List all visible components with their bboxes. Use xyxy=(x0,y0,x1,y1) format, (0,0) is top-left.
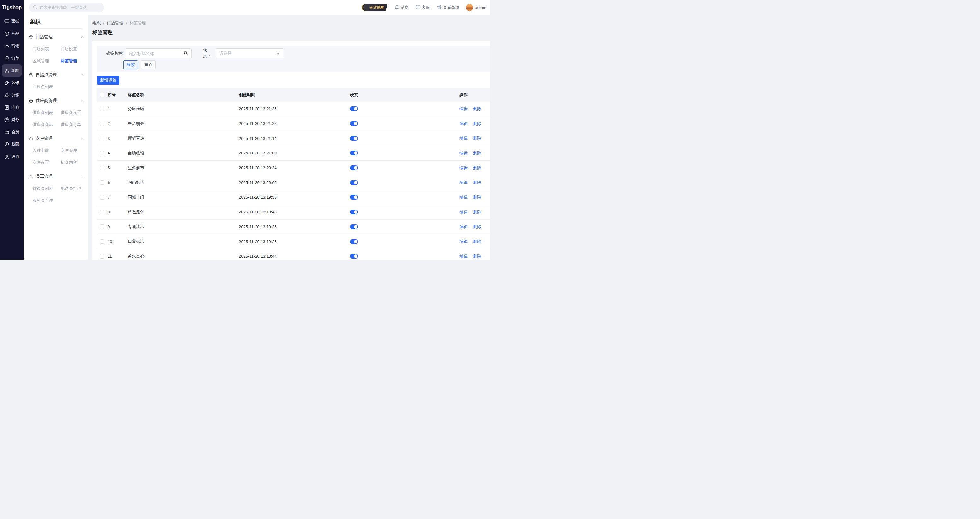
status-toggle[interactable] xyxy=(350,210,358,214)
sidebar-item-setting[interactable]: 设置 xyxy=(2,150,22,163)
row-checkbox[interactable] xyxy=(100,136,105,141)
row-checkbox[interactable] xyxy=(100,151,105,155)
submenu-group-store[interactable]: 门店管理 xyxy=(24,31,88,43)
row-checkbox[interactable] xyxy=(100,210,105,214)
edit-link[interactable]: 编辑 xyxy=(460,254,468,259)
license-badge[interactable]: 企业授权 xyxy=(364,4,388,11)
submenu-item[interactable]: 收银员列表 xyxy=(32,182,60,195)
edit-link[interactable]: 编辑 xyxy=(460,180,468,185)
edit-link[interactable]: 编辑 xyxy=(460,106,468,112)
edit-link[interactable]: 编辑 xyxy=(460,195,468,200)
delete-link[interactable]: 删除 xyxy=(473,254,481,259)
row-checkbox[interactable] xyxy=(100,121,105,126)
submenu-item[interactable]: 供应商订单 xyxy=(60,119,88,131)
row-checkbox[interactable] xyxy=(100,195,105,200)
submenu-group-staff[interactable]: 员工管理 xyxy=(24,171,88,182)
submenu-item[interactable]: 供应商设置 xyxy=(60,107,88,119)
edit-link[interactable]: 编辑 xyxy=(460,150,468,156)
row-checkbox[interactable] xyxy=(100,107,105,111)
delete-link[interactable]: 删除 xyxy=(473,106,481,112)
tag-name-input[interactable] xyxy=(126,48,180,58)
status-toggle[interactable] xyxy=(350,150,358,155)
delete-link[interactable]: 删除 xyxy=(473,121,481,126)
status-toggle[interactable] xyxy=(350,106,358,111)
sidebar-item-deco[interactable]: 装修 xyxy=(2,77,22,89)
edit-link[interactable]: 编辑 xyxy=(460,121,468,126)
status-toggle[interactable] xyxy=(350,121,358,126)
submenu-group-supplier[interactable]: 供应商管理 xyxy=(24,95,88,107)
chevron-up-icon[interactable] xyxy=(81,137,84,141)
reset-button[interactable]: 重置 xyxy=(141,60,156,69)
brand-logo[interactable]: Tigshop xyxy=(0,0,24,15)
column-created: 创建时间 xyxy=(239,88,255,102)
submenu-item[interactable]: 门店列表 xyxy=(32,43,60,55)
breadcrumb-item[interactable]: 门店管理 xyxy=(107,20,123,26)
chevron-up-icon[interactable] xyxy=(81,99,84,102)
submenu-item[interactable]: 服务员管理 xyxy=(32,195,60,206)
submenu-item[interactable]: 自提点列表 xyxy=(32,81,60,93)
submenu-item[interactable]: 入驻申请 xyxy=(32,145,60,156)
status-toggle[interactable] xyxy=(350,224,358,229)
row-checkbox[interactable] xyxy=(100,254,105,259)
status-toggle[interactable] xyxy=(350,239,358,244)
sidebar-item-marketing[interactable]: 营销 xyxy=(2,40,22,52)
submenu-group-pickup[interactable]: 自提点管理 xyxy=(24,69,88,81)
delete-link[interactable]: 删除 xyxy=(473,180,481,185)
chevron-up-icon[interactable] xyxy=(81,175,84,178)
edit-link[interactable]: 编辑 xyxy=(460,136,468,141)
edit-link[interactable]: 编辑 xyxy=(460,209,468,215)
submenu-item[interactable]: 商户设置 xyxy=(32,156,60,169)
submenu-item[interactable]: 供应商商品 xyxy=(32,119,60,131)
submenu-item[interactable]: 区域管理 xyxy=(32,55,60,67)
sidebar-item-dist[interactable]: 分销 xyxy=(2,89,22,101)
view-shop-link[interactable]: 查看商城 xyxy=(437,5,460,10)
row-checkbox[interactable] xyxy=(100,180,105,185)
chevron-up-icon[interactable] xyxy=(81,35,84,39)
sidebar-item-order[interactable]: 订单 xyxy=(2,52,22,64)
global-search[interactable] xyxy=(29,3,104,12)
sidebar-item-dashboard[interactable]: 面板 xyxy=(2,15,22,27)
support-link[interactable]: 客服 xyxy=(415,5,430,10)
status-toggle[interactable] xyxy=(350,165,358,170)
global-search-input[interactable] xyxy=(40,5,100,10)
submenu-item[interactable]: 配送员管理 xyxy=(60,182,88,195)
submenu-group-merchant[interactable]: 商户管理 xyxy=(24,133,88,145)
sidebar-item-perm[interactable]: 权限 xyxy=(2,138,22,150)
delete-link[interactable]: 删除 xyxy=(473,209,481,215)
submenu-item[interactable]: 供应商列表 xyxy=(32,107,60,119)
status-select[interactable]: 请选择 xyxy=(216,48,283,58)
edit-link[interactable]: 编辑 xyxy=(460,165,468,171)
edit-link[interactable]: 编辑 xyxy=(460,224,468,230)
sidebar-item-member[interactable]: 会员 xyxy=(2,126,22,138)
submenu-item[interactable]: 商户管理 xyxy=(60,145,88,156)
sidebar-item-goods[interactable]: 商品 xyxy=(2,27,22,40)
delete-link[interactable]: 删除 xyxy=(473,165,481,171)
sidebar-item-finance[interactable]: 财务 xyxy=(2,113,22,126)
select-all-checkbox[interactable] xyxy=(100,93,105,97)
sidebar-item-content[interactable]: 内容 xyxy=(2,101,22,113)
status-toggle[interactable] xyxy=(350,254,358,259)
delete-link[interactable]: 删除 xyxy=(473,150,481,156)
add-tag-button[interactable]: 新增标签 xyxy=(97,76,119,85)
row-checkbox[interactable] xyxy=(100,224,105,229)
submenu-item[interactable]: 门店设置 xyxy=(60,43,88,55)
delete-link[interactable]: 删除 xyxy=(473,136,481,141)
status-toggle[interactable] xyxy=(350,195,358,200)
delete-link[interactable]: 删除 xyxy=(473,239,481,244)
status-toggle[interactable] xyxy=(350,180,358,185)
submenu-item[interactable]: 标签管理 xyxy=(60,55,88,67)
sidebar-item-org[interactable]: 组织 xyxy=(2,64,22,77)
user-menu[interactable]: admin xyxy=(466,4,486,11)
breadcrumb-item[interactable]: 组织 xyxy=(92,20,101,26)
delete-link[interactable]: 删除 xyxy=(473,224,481,230)
delete-link[interactable]: 删除 xyxy=(473,195,481,200)
messages-link[interactable]: 消息 xyxy=(395,5,409,10)
submenu-item[interactable]: 招商内容 xyxy=(60,156,88,169)
quick-search-button[interactable] xyxy=(180,48,191,58)
chevron-up-icon[interactable] xyxy=(81,73,84,77)
search-button[interactable]: 搜索 xyxy=(123,60,138,69)
row-checkbox[interactable] xyxy=(100,166,105,170)
status-toggle[interactable] xyxy=(350,136,358,141)
edit-link[interactable]: 编辑 xyxy=(460,239,468,244)
row-checkbox[interactable] xyxy=(100,239,105,244)
